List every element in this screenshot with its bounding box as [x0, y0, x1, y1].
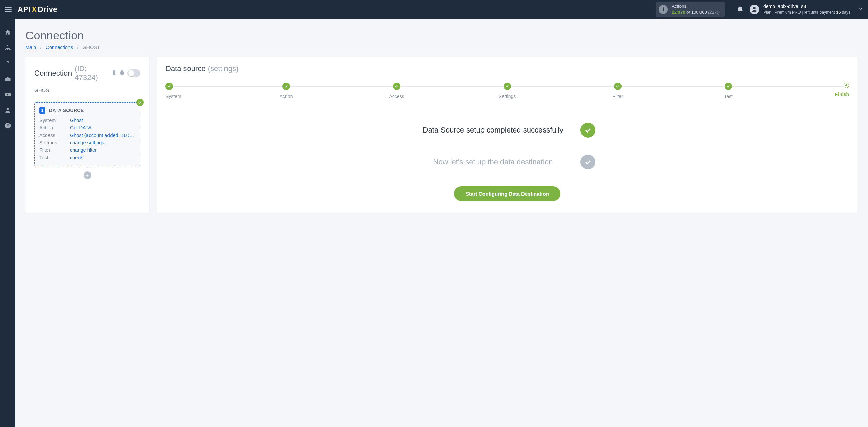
logo-drive: Drive — [38, 5, 57, 14]
actions-label: Actions: — [672, 4, 720, 9]
step-settings[interactable]: Settings — [497, 83, 517, 99]
left-rail — [0, 19, 15, 427]
ds-v-test[interactable]: check — [70, 155, 135, 160]
help-icon[interactable] — [4, 122, 11, 129]
next-step-message: Now let's set up the data destination — [419, 155, 595, 169]
notes-icon[interactable] — [111, 70, 117, 76]
data-source-box[interactable]: 1 DATA SOURCE System Ghost Action Get DA… — [34, 102, 140, 166]
top-bar: APIXDrive i Actions: 22'070 of 100'000 (… — [0, 0, 868, 19]
ds-k-test: Test — [39, 155, 70, 160]
actions-limit: 100'000 — [691, 9, 707, 15]
ds-k-access: Access — [39, 133, 70, 138]
check-icon — [136, 99, 144, 106]
dollar-icon[interactable] — [4, 60, 11, 67]
bell-icon[interactable] — [737, 6, 744, 13]
ds-v-action[interactable]: Get DATA — [70, 125, 135, 130]
crumb-current: GHOST — [82, 45, 100, 50]
briefcase-icon[interactable] — [4, 76, 11, 82]
ds-v-settings[interactable]: change settings — [70, 140, 135, 145]
stepper: System Action Access Settings Filter Tes… — [165, 83, 849, 99]
connection-card: Connection (ID: 47324) GHOST 1 DATA SOUR… — [25, 57, 149, 213]
connection-id: (ID: 47324) — [75, 64, 108, 82]
ds-number: 1 — [39, 107, 45, 114]
chevron-down-icon[interactable] — [858, 6, 863, 13]
home-icon[interactable] — [4, 29, 11, 36]
ds-title: DATA SOURCE — [49, 108, 84, 113]
crumb-connections[interactable]: Connections — [46, 45, 73, 50]
logo[interactable]: APIXDrive — [18, 5, 57, 14]
user-plan: Plan | Premium PRO | left until payment … — [763, 10, 850, 15]
settings-card: Data source (settings) System Action Acc… — [157, 57, 858, 213]
step-access[interactable]: Access — [387, 83, 407, 99]
info-icon: i — [659, 5, 668, 14]
settings-suffix: (settings) — [208, 64, 238, 73]
connection-title: Connection — [34, 69, 72, 78]
logo-api: API — [18, 5, 31, 14]
user-menu[interactable]: demo_apix-drive_s3 Plan | Premium PRO | … — [750, 4, 850, 15]
ds-v-filter[interactable]: change filter — [70, 147, 135, 153]
add-destination-button[interactable]: + — [84, 171, 91, 179]
menu-toggle[interactable] — [5, 7, 12, 12]
ds-k-action: Action — [39, 125, 70, 130]
breadcrumb: Main / Connections / GHOST — [25, 45, 858, 50]
actions-used: 22'070 — [672, 9, 685, 15]
enable-toggle[interactable] — [127, 69, 140, 77]
avatar-icon — [750, 5, 759, 14]
ds-v-access[interactable]: Ghost (account added 18.04.2 — [70, 133, 135, 138]
user-icon[interactable] — [4, 107, 11, 114]
start-destination-button[interactable]: Start Configuring Data Destination — [454, 186, 560, 201]
settings-title: Data source — [165, 64, 206, 73]
crumb-main[interactable]: Main — [25, 45, 36, 50]
page-title: Connection — [25, 29, 858, 42]
step-test[interactable]: Test — [718, 83, 738, 99]
ds-k-filter: Filter — [39, 147, 70, 153]
connection-name: GHOST — [34, 87, 140, 96]
ds-k-settings: Settings — [39, 140, 70, 145]
video-icon[interactable] — [4, 91, 11, 98]
step-filter[interactable]: Filter — [608, 83, 628, 99]
user-name: demo_apix-drive_s3 — [763, 4, 850, 10]
actions-usage[interactable]: i Actions: 22'070 of 100'000 (22%) — [656, 2, 725, 17]
ds-k-system: System — [39, 118, 70, 123]
actions-pct: (22%) — [708, 9, 720, 15]
svg-point-1 — [6, 108, 9, 110]
logo-x: X — [31, 5, 37, 14]
ds-v-system[interactable]: Ghost — [70, 118, 135, 123]
step-finish[interactable]: Finish — [829, 83, 849, 97]
user-text: demo_apix-drive_s3 Plan | Premium PRO | … — [763, 4, 850, 15]
check-circle-icon — [580, 123, 595, 138]
step-system[interactable]: System — [165, 83, 186, 99]
sitemap-icon[interactable] — [4, 44, 11, 51]
step-action[interactable]: Action — [276, 83, 296, 99]
main-content: Connection Main / Connections / GHOST Co… — [15, 19, 868, 427]
check-circle-grey-icon — [580, 155, 595, 169]
actions-of: of — [686, 9, 690, 15]
success-message: Data Source setup completed successfully — [419, 123, 595, 138]
gear-icon[interactable] — [119, 70, 125, 76]
